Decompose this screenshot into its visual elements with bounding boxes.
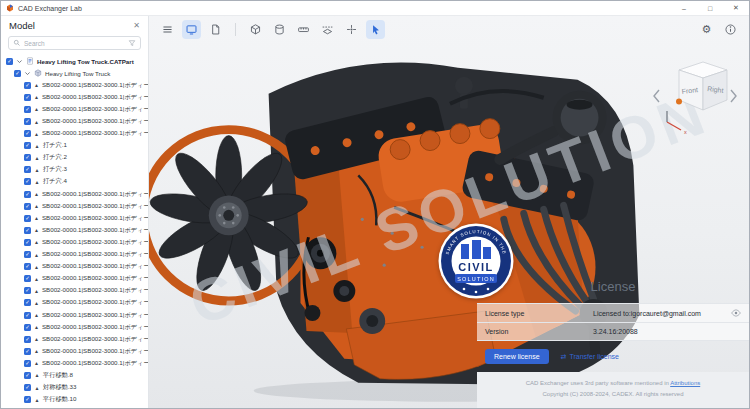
item-checkbox[interactable]: ✓ (24, 130, 31, 137)
item-checkbox[interactable]: ✓ (24, 312, 31, 319)
version-value: 3.24.16:20088 (593, 328, 741, 335)
tree-item[interactable]: ✓▲SB002-0000.1|SB002-3000.1|ボディー-24 (6, 285, 148, 297)
body-icon: ▲ (34, 191, 39, 197)
measure-icon[interactable] (294, 20, 313, 39)
body-icon: ▲ (34, 203, 39, 209)
license-type-label: License type (485, 310, 593, 317)
scene-view-icon[interactable] (182, 20, 201, 39)
menu-icon[interactable] (158, 20, 177, 39)
settings-gear-icon[interactable]: ⚙ (697, 20, 716, 39)
tree-root-row[interactable]: ✓ Heavy Lifting Tow Truck.CATPart (6, 55, 148, 67)
body-icon: ▲ (34, 215, 39, 221)
item-checkbox[interactable]: ✓ (24, 275, 31, 282)
tree-item[interactable]: ✓▲SB002-0000.1|SB002-3000.1|ボディー-58 (6, 188, 148, 200)
tree-item[interactable]: ✓▲SB002-0000.1|SB002-3000.1|ボディー-8 (6, 261, 148, 273)
tree-item[interactable]: ✓▲SB002-0000.1|SB002-3000.1|ボディー-28 (6, 309, 148, 321)
item-checkbox[interactable]: ✓ (24, 94, 31, 101)
item-checkbox[interactable]: ✓ (24, 287, 31, 294)
tree-item[interactable]: ✓▲SB002-0000.1|SB002-3000.1|ボディー-29 (6, 321, 148, 333)
item-checkbox[interactable]: ✓ (24, 118, 31, 125)
attribution-text: CAD Exchanger uses 3rd party software me… (526, 380, 669, 386)
view-cube[interactable]: Front Right x (649, 54, 741, 142)
reveal-license-eye-icon[interactable] (731, 309, 741, 317)
item-checkbox[interactable]: ✓ (24, 396, 31, 403)
item-checkbox[interactable]: ✓ (24, 348, 31, 355)
item-checkbox[interactable]: ✓ (24, 251, 31, 258)
maximize-button[interactable]: □ (697, 1, 723, 15)
item-checkbox[interactable]: ✓ (24, 203, 31, 210)
tree-item[interactable]: ✓▲SB002-0000.1|SB002-3000.1|ボディー-36 (6, 357, 148, 369)
chevron-down-icon[interactable] (16, 58, 23, 65)
tree-item-label: SB002-0000.1|SB002-3000.1|ボディー-20 (42, 226, 148, 235)
copyright-text: Copyright (C) 2008-2024, CADEX. All righ… (487, 389, 739, 400)
tree-item[interactable]: ✓▲SB002-0000.1|SB002-3000.1|ボディー-10 (6, 236, 148, 248)
tree-item[interactable]: ✓▲打チ穴.4 (6, 176, 148, 188)
tree-item[interactable]: ✓▲打チ穴.2 (6, 152, 148, 164)
tree-item[interactable]: ✓▲SB002-0000.1|SB002-3000.1|ボディー-134 (6, 79, 148, 91)
item-checkbox[interactable]: ✓ (24, 239, 31, 246)
attributions-link[interactable]: Attributions (670, 380, 700, 386)
tree-item[interactable]: ✓▲SB002-0000.1|SB002-3000.1|ボディー-34 (6, 333, 148, 345)
tree-item[interactable]: ✓▲SB002-0000.1|SB002-3000.1|ボディー-20 (6, 224, 148, 236)
item-checkbox[interactable]: ✓ (24, 227, 31, 234)
item-checkbox[interactable]: ✓ (24, 384, 31, 391)
tree-item[interactable]: ✓▲SB002-0000.1|SB002-3000.1|ボディー-105 (6, 103, 148, 115)
search-input[interactable] (24, 40, 125, 47)
search-box[interactable] (8, 36, 141, 50)
tree-item[interactable]: ✓▲SB002-0000.1|SB002-3000.1|ボディー-59 (6, 200, 148, 212)
tree-item[interactable]: ✓▲打チ穴.1 (6, 140, 148, 152)
item-checkbox[interactable]: ✓ (24, 215, 31, 222)
minimize-button[interactable]: – (671, 1, 697, 15)
item-checkbox[interactable]: ✓ (24, 142, 31, 149)
tree-item[interactable]: ✓▲打チ穴.3 (6, 164, 148, 176)
window-titlebar: CAD Exchanger Lab – □ ✕ (1, 1, 749, 16)
item-checkbox[interactable]: ✓ (24, 154, 31, 161)
tree-item-label: SB002-0000.1|SB002-3000.1|ボディー-101 (42, 129, 148, 138)
item-checkbox[interactable]: ✓ (24, 166, 31, 173)
panel-close-icon[interactable]: ✕ (133, 21, 140, 30)
tree-item[interactable]: ✓▲SB002-0000.1|SB002-3000.1|ボディー-17 (6, 249, 148, 261)
tree-item[interactable]: ✓▲SB002-0000.1|SB002-3000.1|ボディー-9 (6, 273, 148, 285)
viewport-3d[interactable]: CIVIL SOLUTION ⚙ Front Ri (149, 16, 749, 408)
catpart-file-icon (26, 57, 34, 65)
item-checkbox[interactable]: ✓ (24, 336, 31, 343)
item-checkbox[interactable]: ✓ (24, 299, 31, 306)
wireframe-view-icon[interactable] (270, 20, 289, 39)
item-checkbox[interactable]: ✓ (24, 82, 31, 89)
tree-item[interactable]: ✓▲平行移動.10 (6, 394, 148, 406)
root-checkbox[interactable]: ✓ (6, 58, 13, 65)
transfer-license-button[interactable]: ⇄Transfer license (561, 353, 619, 361)
item-checkbox[interactable]: ✓ (24, 324, 31, 331)
renew-license-button[interactable]: Renew license (485, 349, 549, 364)
tree-item[interactable]: ✓▲SB002-0000.1|SB002-3000.1|ボディー-35 (6, 345, 148, 357)
tree-item[interactable]: ✓▲SB002-0000.1|SB002-3000.1|ボディー-104 (6, 115, 148, 127)
selection-mode-icon[interactable] (366, 20, 385, 39)
tree-item-label: SB002-0000.1|SB002-3000.1|ボディー-132 (42, 93, 148, 102)
chevron-down-icon[interactable] (24, 70, 31, 77)
body-icon: ▲ (34, 276, 39, 282)
tree-item[interactable]: ✓▲対称移動.33 (6, 382, 148, 394)
search-icon (13, 39, 21, 47)
item-checkbox[interactable]: ✓ (24, 360, 31, 367)
tree-item[interactable]: ✓▲SB002-0000.1|SB002-3000.1|ボディー-101 (6, 128, 148, 140)
item-checkbox[interactable]: ✓ (24, 372, 31, 379)
item-checkbox[interactable]: ✓ (24, 178, 31, 185)
item-checkbox[interactable]: ✓ (24, 106, 31, 113)
explode-icon[interactable] (342, 20, 361, 39)
section-plane-icon[interactable] (318, 20, 337, 39)
item-checkbox[interactable]: ✓ (24, 191, 31, 198)
tree-item[interactable]: ✓▲SB002-0000.1|SB002-3000.1|ボディー-56 (6, 212, 148, 224)
tree-item[interactable]: ✓▲SB002-0000.1|SB002-3000.1|ボディー-31 (6, 297, 148, 309)
shaded-view-icon[interactable] (246, 20, 265, 39)
item-checkbox[interactable]: ✓ (24, 263, 31, 270)
filter-icon[interactable] (128, 39, 136, 47)
group-checkbox[interactable]: ✓ (14, 70, 21, 77)
tree-item-label: 打チ穴.4 (43, 177, 67, 186)
tree-item-label: 平行移動.10 (43, 395, 76, 404)
tree-item[interactable]: ✓▲SB002-0000.1|SB002-3000.1|ボディー-132 (6, 91, 148, 103)
about-info-icon[interactable] (721, 20, 740, 39)
close-button[interactable]: ✕ (723, 1, 749, 15)
document-icon[interactable] (206, 20, 225, 39)
tree-item[interactable]: ✓▲平行移動.8 (6, 369, 148, 381)
tree-group-row[interactable]: ✓ Heavy Lifting Tow Truck (6, 67, 148, 79)
